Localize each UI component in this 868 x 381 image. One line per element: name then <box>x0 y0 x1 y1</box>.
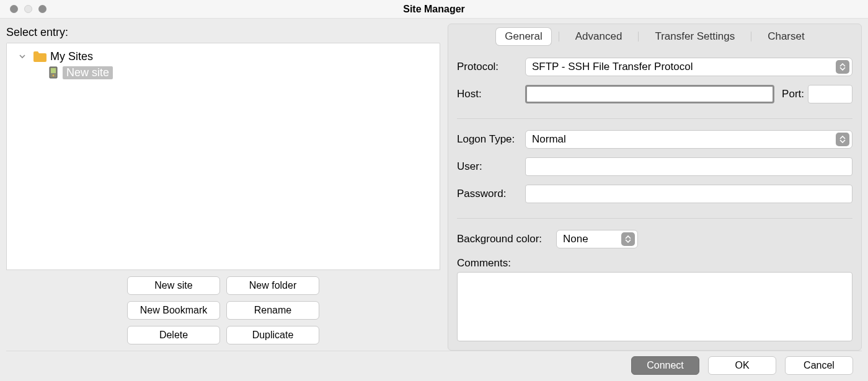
comments-label: Comments: <box>457 257 511 269</box>
window-controls <box>0 5 46 13</box>
general-form: Protocol: SFTP - SSH File Transfer Proto… <box>448 45 861 350</box>
site-action-buttons: New site New folder New Bookmark Rename … <box>6 269 440 351</box>
ok-button[interactable]: OK <box>708 356 776 375</box>
background-color-label: Background color: <box>457 233 556 245</box>
window-title: Site Manager <box>0 4 868 15</box>
logon-type-select[interactable]: Normal <box>525 130 852 149</box>
divider <box>457 118 852 119</box>
updown-stepper-icon <box>836 60 849 74</box>
maximize-window-button[interactable] <box>38 5 46 13</box>
chevron-down-icon[interactable] <box>18 52 27 61</box>
titlebar: Site Manager <box>0 0 868 19</box>
password-row: Password: <box>457 185 852 203</box>
host-port-row: Host: Port: <box>457 85 852 103</box>
tree-root-label: My Sites <box>50 50 93 63</box>
tab-separator <box>559 32 559 42</box>
dialog-footer: Connect OK Cancel <box>6 351 862 381</box>
right-column: General Advanced Transfer Settings Chars… <box>448 24 862 351</box>
user-input[interactable] <box>525 157 852 176</box>
tab-transfer-settings[interactable]: Transfer Settings <box>646 28 743 45</box>
updown-stepper-icon <box>621 232 635 246</box>
svg-rect-1 <box>51 68 56 73</box>
svg-point-2 <box>53 75 55 77</box>
duplicate-button[interactable]: Duplicate <box>226 326 319 344</box>
logon-type-value: Normal <box>532 133 566 146</box>
password-input[interactable] <box>525 185 852 203</box>
cancel-button[interactable]: Cancel <box>785 356 853 375</box>
tab-general[interactable]: General <box>496 28 551 45</box>
host-label: Host: <box>457 88 525 100</box>
tab-separator <box>751 32 751 42</box>
tab-bar: General Advanced Transfer Settings Chars… <box>448 24 861 45</box>
comments-label-row: Comments: <box>457 257 852 269</box>
close-window-button[interactable] <box>10 5 18 13</box>
tab-advanced[interactable]: Advanced <box>567 28 631 45</box>
updown-stepper-icon <box>836 133 849 146</box>
tab-charset[interactable]: Charset <box>759 28 813 45</box>
server-icon <box>49 66 59 79</box>
protocol-value: SFTP - SSH File Transfer Protocol <box>532 61 693 73</box>
user-label: User: <box>457 160 525 173</box>
divider <box>457 218 852 219</box>
logon-type-row: Logon Type: Normal <box>457 130 852 149</box>
delete-button[interactable]: Delete <box>127 326 220 344</box>
comments-textarea[interactable] <box>457 272 852 341</box>
minimize-window-button[interactable] <box>24 5 32 13</box>
left-column: Select entry: My Sites <box>6 24 440 351</box>
new-folder-button[interactable]: New folder <box>226 276 319 295</box>
connect-button[interactable]: Connect <box>631 356 699 375</box>
new-site-button[interactable]: New site <box>127 276 220 295</box>
port-input[interactable] <box>808 85 852 103</box>
background-color-value: None <box>563 233 588 245</box>
port-label: Port: <box>774 88 808 100</box>
tree-item-label: New site <box>63 66 113 79</box>
tree-item-new-site[interactable]: New site <box>7 64 440 81</box>
protocol-select[interactable]: SFTP - SSH File Transfer Protocol <box>525 58 852 76</box>
rename-button[interactable]: Rename <box>226 301 319 320</box>
new-bookmark-button[interactable]: New Bookmark <box>127 301 220 320</box>
host-input[interactable] <box>525 85 774 103</box>
select-entry-label: Select entry: <box>6 26 440 39</box>
folder-icon <box>33 51 46 62</box>
protocol-label: Protocol: <box>457 61 525 73</box>
background-color-row: Background color: None <box>457 230 852 248</box>
top-area: Select entry: My Sites <box>6 24 862 351</box>
logon-type-label: Logon Type: <box>457 133 525 146</box>
protocol-row: Protocol: SFTP - SSH File Transfer Proto… <box>457 58 852 76</box>
tree-root-my-sites[interactable]: My Sites <box>7 48 440 64</box>
user-row: User: <box>457 157 852 176</box>
password-label: Password: <box>457 188 525 200</box>
site-tree[interactable]: My Sites New site <box>6 43 440 269</box>
content-area: Select entry: My Sites <box>0 19 868 381</box>
tab-separator <box>638 32 639 42</box>
background-color-select[interactable]: None <box>556 230 638 248</box>
